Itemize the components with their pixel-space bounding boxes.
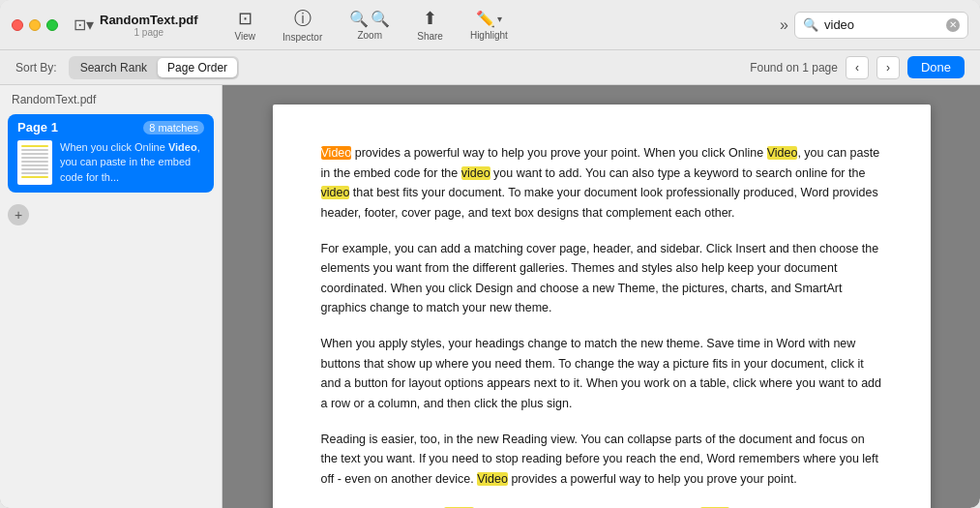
paragraph-3: When you apply styles, your headings cha… — [321, 334, 882, 414]
inspector-icon: ⓘ — [294, 7, 312, 30]
highlight-chevron-icon: ▾ — [497, 14, 502, 24]
highlight-video-4: video — [321, 186, 350, 199]
thumb-line-3 — [21, 153, 48, 155]
highlight-label: Highlight — [470, 30, 508, 41]
highlight-toolbar-item[interactable]: ✏️ ▾ Highlight — [457, 6, 521, 45]
highlight-video-3: video — [461, 166, 490, 180]
toolbar-items: ⊡ View ⓘ Inspector 🔍 🔍 Zoom ⬆ Share — [222, 3, 968, 46]
page-item-1[interactable]: Page 1 8 matches — [8, 114, 214, 193]
thumb-line-4 — [21, 157, 48, 159]
paragraph-5: When you click Online Video, you can pas… — [321, 504, 882, 508]
main-content: RandomText.pdf Page 1 8 matches — [0, 85, 980, 508]
thumb-line-8 — [21, 172, 48, 174]
page-item-header: Page 1 8 matches — [8, 114, 214, 136]
view-icon: ⊡ — [238, 8, 252, 29]
search-input[interactable] — [824, 17, 940, 32]
title-info: RandomText.pdf 1 page — [100, 13, 198, 38]
page-thumbnail — [17, 140, 52, 185]
page-thumbnail-row: When you click Online Video, you can pas… — [8, 136, 214, 193]
thumb-line-5 — [21, 161, 48, 163]
document-area[interactable]: Video provides a powerful way to help yo… — [223, 85, 980, 508]
zoom-toolbar-item[interactable]: 🔍 🔍 Zoom — [336, 6, 403, 45]
match-badge: 8 matches — [143, 121, 204, 134]
document-page: Video provides a powerful way to help yo… — [273, 105, 931, 508]
more-toolbar-button[interactable]: » — [774, 13, 794, 38]
view-label: View — [235, 31, 256, 42]
add-button[interactable]: + — [8, 204, 29, 225]
titlebar: ⊡▾ RandomText.pdf 1 page ⊡ View ⓘ Inspec… — [0, 0, 980, 50]
document-title: RandomText.pdf — [100, 13, 198, 27]
maximize-button[interactable] — [46, 19, 58, 31]
close-button[interactable] — [12, 19, 23, 31]
paragraph-2: For example, you can add a matching cove… — [321, 239, 882, 319]
thumb-lines — [21, 145, 48, 180]
sidebar-header: RandomText.pdf — [0, 85, 222, 110]
document-pages: 1 page — [134, 27, 164, 38]
page-snippet: When you click Online Video, you can pas… — [60, 140, 204, 185]
thumb-line-2 — [21, 149, 48, 151]
share-toolbar-item[interactable]: ⬆ Share — [403, 4, 457, 45]
zoom-in-icon: 🔍 — [371, 10, 390, 28]
found-text: Found on 1 page — [750, 61, 838, 75]
share-label: Share — [417, 31, 443, 42]
page-order-button[interactable]: Page Order — [158, 58, 237, 77]
search-toolbar: Sort By: Search Rank Page Order Found on… — [0, 50, 980, 85]
view-toolbar-item[interactable]: ⊡ View — [222, 4, 270, 45]
sidebar: RandomText.pdf Page 1 8 matches — [0, 85, 223, 508]
page-title: Page 1 — [17, 120, 58, 134]
snippet-bold-1: Video — [168, 141, 197, 153]
next-result-button[interactable]: › — [876, 56, 900, 79]
thumb-line-6 — [21, 164, 48, 166]
zoom-out-icon: 🔍 — [349, 10, 369, 28]
minimize-button[interactable] — [29, 19, 41, 31]
share-icon: ⬆ — [423, 8, 437, 29]
search-bar[interactable]: 🔍 ✕ — [794, 12, 968, 39]
sidebar-toggle-icon[interactable]: ⊡▾ — [74, 15, 94, 34]
zoom-label: Zoom — [357, 30, 382, 41]
paragraph-4: Reading is easier, too, in the new Readi… — [321, 430, 882, 490]
thumb-line-9 — [21, 176, 48, 178]
title-section: ⊡▾ RandomText.pdf 1 page — [74, 13, 198, 38]
search-rank-button[interactable]: Search Rank — [71, 58, 157, 77]
zoom-icons: 🔍 🔍 — [349, 10, 390, 28]
sort-by-label: Sort By: — [15, 61, 57, 75]
sidebar-footer: + — [0, 196, 222, 233]
inspector-toolbar-item[interactable]: ⓘ Inspector — [269, 3, 336, 46]
paragraph-1: Video provides a powerful way to help yo… — [321, 143, 882, 224]
app-window: ⊡▾ RandomText.pdf 1 page ⊡ View ⓘ Inspec… — [0, 0, 980, 508]
inspector-label: Inspector — [282, 32, 322, 43]
sort-button-group: Search Rank Page Order — [69, 56, 239, 79]
highlight-icon-group: ✏️ ▾ — [476, 10, 502, 28]
thumb-line-7 — [21, 168, 48, 170]
highlight-video-1: Video — [321, 146, 352, 160]
search-clear-button[interactable]: ✕ — [946, 18, 960, 32]
traffic-lights — [12, 19, 58, 31]
done-button[interactable]: Done — [907, 56, 965, 78]
previous-result-button[interactable]: ‹ — [846, 56, 869, 79]
search-magnifier-icon: 🔍 — [803, 17, 818, 32]
highlight-video-5: Video — [477, 472, 508, 486]
thumb-line-1 — [21, 145, 48, 147]
highlight-icon: ✏️ — [476, 10, 495, 28]
highlight-video-2: Video — [767, 146, 798, 160]
